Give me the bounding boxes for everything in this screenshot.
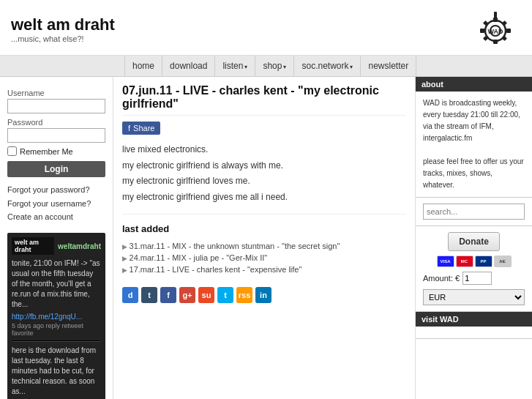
visa-icon: VISA [437,256,454,267]
donate-widget: Donate VISA MC PP AE Amount: € EUR USD G… [416,226,532,312]
amount-row: Amount: € [423,272,525,285]
tumblr-icon[interactable]: t [141,287,157,303]
forgot-password-link[interactable]: Forgot your password? [7,183,105,197]
svg-rect-10 [494,12,497,18]
facebook-icon[interactable]: f [160,287,176,303]
create-account-link[interactable]: Create an account [7,210,105,224]
nav-soc-network[interactable]: soc.network▾ [294,56,361,76]
about-widget: about WAD is broadcasting weekly, every … [416,77,532,198]
post-line-1: live mixed electronics. [122,142,406,158]
twitter-wad-label: welt am draht [12,237,54,255]
amount-input[interactable] [462,272,492,285]
password-label: Password [7,118,105,127]
facebook-share-button[interactable]: f Share [122,122,160,135]
last-added-item-2[interactable]: 24.mar.11 - MIX - julia pe - "Ger-Mix II… [130,253,268,262]
svg-rect-5 [506,29,511,33]
stumbleupon-icon[interactable]: su [198,287,214,303]
search-input[interactable] [423,204,525,220]
nav-newsletter[interactable]: newsletter [361,56,416,76]
login-links: Forgot your password? Forgot your userna… [7,183,105,224]
site-title: welt am draht [11,15,115,34]
main-nav: home download listen▾ shop▾ soc.network▾… [0,56,532,77]
chevron-down-icon: ▾ [244,64,247,70]
amount-label: Amount: € [423,274,460,283]
list-item: 31.mar.11 - MIX - the unknown stuntman -… [122,240,406,252]
last-added-item-3[interactable]: 17.mar.11 - LIVE - charles kent - "expen… [130,265,302,274]
post-line-2: my electronic girlfriend is always with … [122,158,406,174]
facebook-icon: f [128,124,130,133]
remember-me-checkbox[interactable] [7,146,17,156]
tweet-2-text: here is the download from last tuesday. … [12,346,101,397]
linkedin-icon[interactable]: in [255,287,271,303]
twitter-icon[interactable]: t [217,287,233,303]
visit-widget: visit WAD [416,312,532,339]
login-form: Username Password Remember Me Login [7,89,105,177]
last-added-item-1[interactable]: 31.mar.11 - MIX - the unknown stuntman -… [130,242,340,250]
twitter-widget: welt am draht weltamdraht tonite, 21:00 … [7,233,105,399]
username-label: Username [7,89,105,97]
nav-listen[interactable]: listen▾ [215,56,255,76]
remember-me-label: Remember Me [20,147,73,156]
last-added-list: 31.mar.11 - MIX - the unknown stuntman -… [122,240,406,275]
last-added-section: last added 31.mar.11 - MIX - the unknown… [122,223,406,275]
site-logo: WAD [470,7,521,51]
post-title: 07.jun.11 - LIVE - charles kent - "my el… [122,84,406,116]
payment-icons: VISA MC PP AE [423,256,525,267]
nav-home[interactable]: home [124,56,162,76]
password-input[interactable] [7,128,105,143]
chevron-down-icon: ▾ [350,64,353,70]
about-text: WAD is broadcasting weekly, every tuesda… [423,97,525,191]
mc-icon: MC [456,256,473,267]
forgot-username-link[interactable]: Forgot your username? [7,197,105,211]
tweet-1-text: tonite, 21:00 on IFM! -> "as usual on th… [12,258,101,310]
site-tagline: ...music, what else?! [11,34,115,43]
paypal-icon: PP [475,256,492,267]
amex-icon: AE [494,256,512,267]
post-line-3: my electronic girlfriend loves me. [122,174,406,190]
last-added-heading: last added [122,223,406,234]
nav-shop[interactable]: shop▾ [255,56,294,76]
delicious-icon[interactable]: d [122,287,138,303]
tweet-1-link[interactable]: http://fb.me/12gnqU... [12,313,101,321]
post-body: live mixed electronics. my electronic gi… [122,142,406,215]
visit-widget-title: visit WAD [416,312,532,327]
post-line-4: my electronic girlfriend gives me all i … [122,190,406,206]
login-button[interactable]: Login [7,161,105,177]
twitter-username: weltamdraht [58,242,101,250]
svg-rect-4 [480,29,484,33]
currency-select[interactable]: EUR USD GBP [423,289,525,305]
svg-rect-3 [493,40,498,44]
svg-text:WAD: WAD [488,28,503,35]
list-item: 17.mar.11 - LIVE - charles kent - "expen… [122,264,406,275]
tweet-1-meta: 5 days ago [12,322,44,329]
nav-download[interactable]: download [162,56,215,76]
chevron-down-icon: ▾ [283,64,286,70]
rss-icon[interactable]: rss [236,287,252,303]
donate-button[interactable]: Donate [448,232,500,251]
share-label: Share [133,124,154,133]
google-plus-icon[interactable]: g+ [179,287,195,303]
username-input[interactable] [7,99,105,113]
social-icons-bar: d t f g+ su t rss in [122,287,406,303]
about-widget-title: about [416,77,532,92]
search-widget [416,198,532,226]
list-item: 24.mar.11 - MIX - julia pe - "Ger-Mix II… [122,252,406,264]
